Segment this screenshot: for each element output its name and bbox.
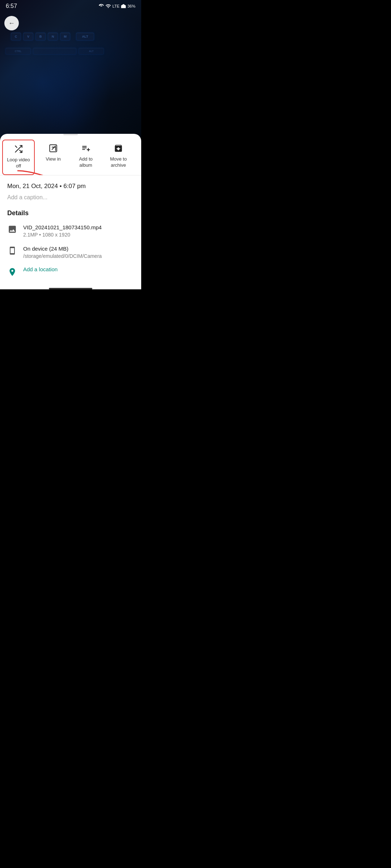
image-icon bbox=[7, 224, 17, 234]
status-bar: 6:57 LTE 36% bbox=[0, 0, 141, 12]
caption-field[interactable]: Add a caption... bbox=[7, 194, 134, 201]
storage-title: On device (24 MB) bbox=[23, 245, 134, 252]
file-detail-text: VID_20241021_180734150.mp4 2.1MP • 1080 … bbox=[23, 224, 134, 238]
actions-row: Loop videooff bbox=[0, 135, 141, 175]
add-location-link[interactable]: Add a location bbox=[23, 266, 134, 272]
keyboard-display: C V B N M ALT CTRL ALT bbox=[4, 22, 138, 130]
loop-video-label: Loop videooff bbox=[7, 157, 30, 169]
lte-label: LTE bbox=[113, 4, 119, 8]
date-time: Mon, 21 Oct, 2024 • 6:07 pm bbox=[7, 183, 134, 190]
details-heading: Details bbox=[7, 209, 134, 217]
video-area: C V B N M ALT CTRL ALT ← bbox=[0, 0, 141, 137]
file-name: VID_20241021_180734150.mp4 bbox=[23, 224, 134, 231]
back-button[interactable]: ← bbox=[4, 16, 19, 30]
add-to-album-button[interactable]: Add toalbum bbox=[70, 140, 102, 175]
delete-button[interactable]: Deletedev bbox=[135, 140, 141, 175]
move-to-archive-button[interactable]: Move toarchive bbox=[102, 140, 135, 175]
home-indicator bbox=[49, 288, 92, 289]
signal-icon bbox=[121, 4, 126, 9]
loop-off-icon bbox=[13, 143, 24, 155]
move-to-archive-label: Move toarchive bbox=[110, 156, 127, 169]
wifi-icon bbox=[105, 3, 111, 9]
wifi-call-icon bbox=[98, 3, 104, 9]
location-detail-text: Add a location bbox=[23, 266, 134, 272]
phone-icon bbox=[7, 246, 17, 256]
storage-detail-item: On device (24 MB) /storage/emulated/0/DC… bbox=[7, 245, 134, 259]
file-meta: 2.1MP • 1080 x 1920 bbox=[23, 232, 134, 238]
view-in-button[interactable]: View in bbox=[37, 140, 70, 175]
location-icon bbox=[7, 267, 17, 277]
archive-icon bbox=[113, 142, 124, 154]
storage-path: /storage/emulated/0/DCIM/Camera bbox=[23, 253, 134, 259]
status-time: 6:57 bbox=[6, 3, 17, 9]
info-section: Mon, 21 Oct, 2024 • 6:07 pm Add a captio… bbox=[0, 175, 141, 277]
add-to-album-icon bbox=[80, 142, 92, 154]
loop-video-button[interactable]: Loop videooff bbox=[2, 140, 35, 175]
bottom-sheet: Loop videooff bbox=[0, 134, 141, 289]
view-in-icon bbox=[47, 142, 59, 154]
file-detail-item: VID_20241021_180734150.mp4 2.1MP • 1080 … bbox=[7, 224, 134, 238]
add-to-album-label: Add toalbum bbox=[79, 156, 93, 169]
back-arrow-icon: ← bbox=[8, 20, 15, 26]
status-icons: LTE 36% bbox=[98, 3, 135, 9]
location-detail-item[interactable]: Add a location bbox=[7, 266, 134, 277]
battery-label: 36% bbox=[127, 4, 135, 8]
storage-detail-text: On device (24 MB) /storage/emulated/0/DC… bbox=[23, 245, 134, 259]
view-in-label: View in bbox=[46, 156, 61, 162]
